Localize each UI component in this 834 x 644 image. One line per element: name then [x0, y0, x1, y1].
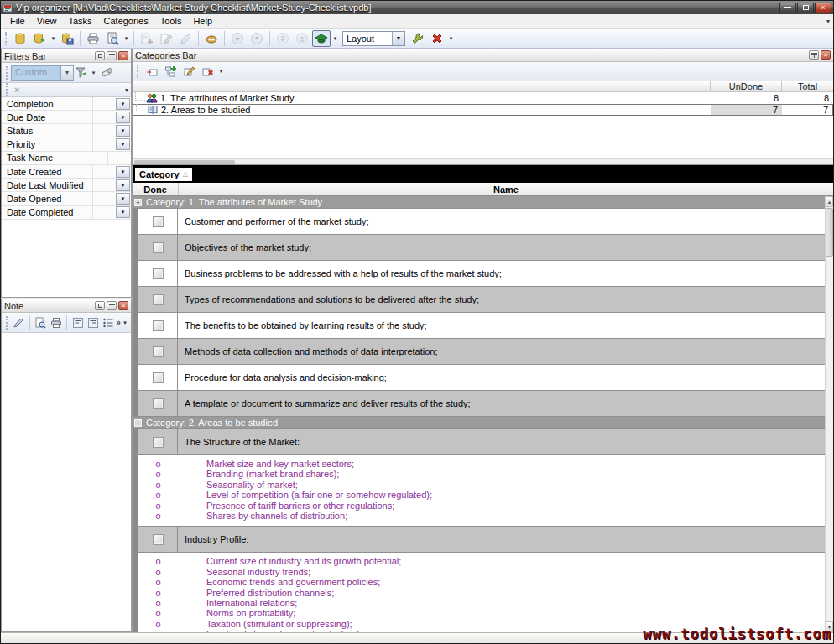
align-right-button[interactable] — [86, 314, 100, 331]
filter-row-status[interactable]: Status ▼ — [2, 124, 131, 138]
done-column-header[interactable]: Done — [133, 184, 178, 195]
collapse-icon[interactable]: - — [134, 199, 142, 206]
edit-category-button[interactable] — [180, 63, 197, 80]
task-checkbox[interactable] — [153, 346, 164, 357]
task-checkbox[interactable] — [153, 294, 164, 305]
minimize-button[interactable] — [779, 3, 796, 13]
task-row[interactable]: The benefits to be obtained by learning … — [133, 313, 825, 339]
remove-filter-button[interactable]: × — [11, 85, 23, 95]
scrollbar-thumb[interactable] — [134, 160, 235, 164]
task-checkbox[interactable] — [153, 398, 164, 409]
apply-filter-button[interactable] — [74, 65, 90, 81]
task-checkbox[interactable] — [153, 437, 164, 448]
move-top-button[interactable] — [293, 30, 311, 47]
layout-options-dropdown-icon[interactable]: ▾ — [447, 35, 455, 42]
total-column-header[interactable]: Total — [781, 81, 833, 91]
menu-categories[interactable]: Categories — [98, 15, 154, 27]
filter-row-task-name[interactable]: Task Name — [2, 152, 131, 165]
filter-dropdown-icon[interactable]: ▼ — [116, 193, 130, 205]
filters-pin-button[interactable] — [107, 51, 117, 60]
menubar-options-icon[interactable]: ▾ — [826, 18, 833, 25]
collapse-icon[interactable]: - — [134, 419, 142, 427]
filters-close-button[interactable]: × — [118, 51, 128, 60]
undone-column-header[interactable]: UnDone — [710, 81, 781, 91]
menu-file[interactable]: File — [4, 15, 31, 27]
note-print-button[interactable] — [49, 314, 63, 331]
note-preview-button[interactable] — [34, 314, 48, 331]
menu-tools[interactable]: Tools — [154, 15, 188, 27]
apply-filter-dropdown-icon[interactable]: ▾ — [90, 70, 97, 76]
task-checkbox[interactable] — [153, 242, 164, 253]
task-checkbox[interactable] — [153, 268, 164, 279]
new-database-button[interactable] — [11, 30, 29, 47]
layout-mode-dropdown-icon[interactable]: ▾ — [331, 35, 339, 42]
task-checkbox[interactable] — [153, 534, 164, 545]
note-close-button[interactable]: × — [118, 301, 128, 310]
category-item-1[interactable]: 1. The attributes of Market Study 8 8 — [133, 92, 833, 104]
filter-row-date-created[interactable]: Date Created ▼ — [2, 165, 131, 179]
menu-tasks[interactable]: Tasks — [62, 15, 97, 27]
filter-dropdown-icon[interactable]: ▼ — [116, 206, 130, 218]
custom-filter-select[interactable]: Custom ▼ — [11, 65, 74, 80]
filter-row-date-opened[interactable]: Date Opened ▼ — [2, 192, 131, 205]
group-row-category-2[interactable]: - Category: 2. Areas to be studied — [133, 417, 825, 429]
categories-pin-button[interactable] — [809, 50, 819, 60]
open-database-dropdown-icon[interactable]: ▾ — [50, 35, 57, 42]
clear-filter-button[interactable] — [97, 65, 116, 81]
filters-toolbar-options-icon[interactable]: ▾ — [125, 86, 128, 94]
note-content[interactable] — [2, 333, 131, 631]
task-row[interactable]: Customer and performer of the market stu… — [133, 209, 825, 235]
align-left-button[interactable] — [70, 314, 85, 331]
scroll-up-icon[interactable]: ▲ — [826, 196, 833, 207]
task-checkbox[interactable] — [153, 372, 164, 383]
filter-row-completion[interactable]: Completion ▼ — [2, 97, 131, 111]
task-row[interactable]: Objectives of the market study; — [133, 235, 825, 261]
categories-horizontal-scrollbar[interactable] — [133, 158, 833, 164]
note-toolbar-overflow-icon[interactable]: » — [116, 318, 121, 327]
categories-close-button[interactable]: × — [821, 50, 831, 60]
move-down-button[interactable] — [228, 30, 247, 47]
move-up-button[interactable] — [248, 30, 266, 47]
layout-mode-button[interactable] — [312, 30, 331, 47]
restore-button[interactable] — [797, 3, 814, 13]
print-button[interactable] — [84, 30, 102, 47]
task-row[interactable]: Methods of data collection and methods o… — [133, 339, 825, 365]
task-row[interactable]: Industry Profile: — [133, 527, 825, 553]
note-maximize-button[interactable] — [95, 301, 105, 310]
edit-task-button[interactable] — [157, 30, 175, 47]
filter-dropdown-icon[interactable]: ▼ — [116, 98, 130, 110]
task-row[interactable]: The Structure of the Market: — [133, 429, 825, 455]
menu-help[interactable]: Help — [187, 15, 218, 27]
filter-dropdown-icon[interactable]: ▼ — [116, 125, 130, 137]
group-by-category-button[interactable]: Category △ — [135, 168, 192, 181]
name-column-header[interactable]: Name — [179, 184, 833, 195]
print-preview-button[interactable] — [103, 30, 122, 47]
save-database-button[interactable] — [58, 30, 76, 47]
filter-dropdown-icon[interactable]: ▼ — [116, 166, 130, 178]
task-grid-vertical-scrollbar[interactable]: ▲ ▼ — [825, 196, 833, 632]
filter-dropdown-icon[interactable]: ▼ — [116, 179, 130, 191]
task-row[interactable]: A template or document to summarize and … — [133, 391, 825, 417]
new-subcategory-button[interactable] — [162, 63, 179, 80]
filter-row-date-last-modified[interactable]: Date Last Modified ▼ — [2, 179, 131, 192]
filter-dropdown-icon[interactable]: ▼ — [116, 138, 130, 150]
duplicate-task-button[interactable] — [176, 30, 195, 47]
edit-note-button[interactable] — [12, 314, 26, 331]
filter-dropdown-icon[interactable]: ▼ — [116, 112, 130, 123]
delete-layout-button[interactable] — [428, 30, 446, 47]
layout-combobox-dropdown-icon[interactable]: ▼ — [392, 32, 404, 45]
category-item-2[interactable]: 2. Areas to be studied 7 7 — [133, 104, 833, 116]
filter-row-date-completed[interactable]: Date Completed ▼ — [2, 206, 131, 220]
note-toolbar-options-icon[interactable]: ▾ — [122, 319, 128, 326]
print-dropdown-icon[interactable]: ▾ — [122, 35, 130, 42]
group-row-category-1[interactable]: - Category: 1. The attributes of Market … — [133, 196, 825, 209]
filter-row-priority[interactable]: Priority ▼ — [2, 138, 131, 152]
note-pin-button[interactable] — [107, 301, 117, 310]
menu-view[interactable]: View — [31, 15, 63, 27]
delete-category-button[interactable] — [199, 63, 216, 80]
task-checkbox[interactable] — [153, 216, 164, 227]
move-bottom-button[interactable] — [274, 30, 292, 47]
highlight-tasks-button[interactable] — [202, 30, 221, 47]
new-task-button[interactable] — [138, 30, 156, 47]
categories-toolbar-options-icon[interactable]: ▾ — [217, 68, 225, 75]
